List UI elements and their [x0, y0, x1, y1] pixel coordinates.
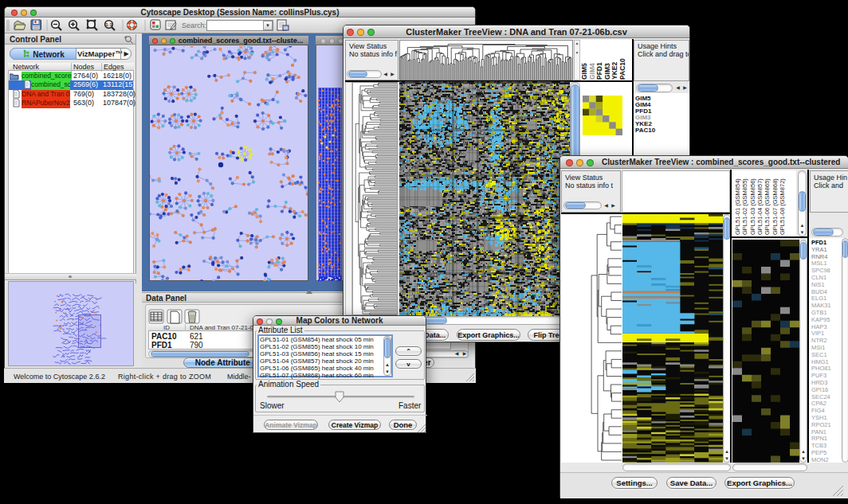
svg-text:GPL51-07 (GSM868): GPL51-07 (GSM868) — [771, 178, 779, 235]
svg-text:VIP1: VIP1 — [811, 330, 824, 337]
svg-text:Search:: Search: — [182, 21, 206, 29]
svg-text:PEP5: PEP5 — [811, 449, 826, 456]
svg-text:PUF3: PUF3 — [811, 372, 826, 379]
svg-text:FIG4: FIG4 — [811, 407, 825, 414]
svg-text:GPL51-04 (GSM857): GPL51-04 (GSM857) — [756, 178, 764, 235]
svg-text:MAK31: MAK31 — [811, 302, 831, 309]
svg-text:PAC10: PAC10 — [618, 58, 626, 80]
svg-text:MON2: MON2 — [811, 456, 829, 463]
svg-text:SEC1: SEC1 — [811, 351, 827, 358]
svg-text:RPN1: RPN1 — [811, 435, 827, 442]
svg-text:1:1: 1:1 — [106, 22, 112, 27]
svg-text:GPL51-06 (GSM865): GPL51-06 (GSM865) — [764, 178, 771, 235]
svg-text:PHO81: PHO81 — [811, 365, 831, 372]
svg-text:GIM3: GIM3 — [603, 63, 611, 80]
svg-text:YSH1: YSH1 — [811, 414, 827, 421]
svg-text:GPL51-01 (GSM854): GPL51-01 (GSM854) — [734, 178, 741, 235]
svg-text:BUD4: BUD4 — [811, 288, 827, 295]
svg-text:HMG1: HMG1 — [811, 358, 829, 365]
svg-text:SPC98: SPC98 — [811, 267, 830, 274]
svg-text:NTR2: NTR2 — [811, 337, 827, 344]
svg-text:SEC24: SEC24 — [811, 393, 830, 400]
svg-text:MSL1: MSL1 — [811, 260, 827, 267]
svg-text:HAP3: HAP3 — [811, 323, 827, 330]
svg-text:RPO21: RPO21 — [811, 421, 831, 428]
svg-text:PFD1: PFD1 — [595, 62, 603, 80]
svg-text:PAN1: PAN1 — [811, 428, 826, 436]
svg-text:GIM4: GIM4 — [588, 63, 596, 80]
svg-text:HRD3: HRD3 — [811, 379, 827, 386]
svg-text:GTB1: GTB1 — [811, 309, 827, 316]
svg-text:GIM5: GIM5 — [580, 63, 588, 80]
svg-text:CPA2: CPA2 — [811, 400, 826, 407]
svg-text:GPI16: GPI16 — [811, 386, 828, 393]
svg-text:NIS1: NIS1 — [811, 281, 825, 288]
svg-text:TCB3: TCB3 — [811, 442, 826, 449]
svg-text:YKE2: YKE2 — [610, 62, 618, 80]
svg-text:KAP95: KAP95 — [811, 316, 830, 323]
svg-text:GPL51-02 (GSM855): GPL51-02 (GSM855) — [741, 178, 748, 235]
svg-text:YRA1: YRA1 — [811, 246, 827, 253]
svg-text:CLN1: CLN1 — [811, 274, 826, 281]
svg-text:GPL51-03 (GSM856): GPL51-03 (GSM856) — [749, 178, 756, 235]
svg-text:ELG1: ELG1 — [811, 295, 826, 302]
svg-text:GPL51-08 (GSM872): GPL51-08 (GSM872) — [779, 178, 786, 235]
svg-text:MSI1: MSI1 — [811, 344, 826, 351]
svg-text:PFD1: PFD1 — [811, 239, 826, 246]
svg-text:RNR4: RNR4 — [811, 253, 827, 260]
